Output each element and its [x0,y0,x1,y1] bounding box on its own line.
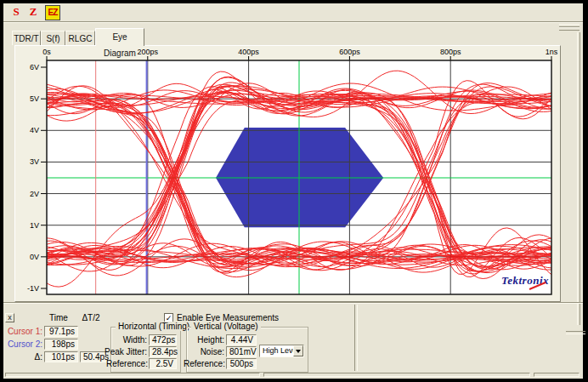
z-line-tool-icon[interactable]: Z [28,5,38,19]
svg-text:3V: 3V [30,157,39,166]
delta-time-field: 101ps [44,351,78,362]
tab-rlgc[interactable]: RLGC [65,31,95,45]
svg-text:6V: 6V [30,63,39,71]
toolbar: S Z EZ [3,3,583,22]
tab-eye-diagram[interactable]: Eye Diagram [95,28,144,46]
eye-plot-svg: 0s200ps400ps600ps800ps1ns6V5V4V3V2V1V0V-… [15,46,560,301]
app-window: S Z EZ TDR/T S(f) RLGC Eye Diagram 0s200… [3,3,583,379]
vertical-voltage-group: Vertical (Voltage) Height: 4.44V Noise: … [186,327,308,373]
noise-label: Noise: [188,347,224,356]
svg-text:0V: 0V [30,253,39,261]
vertical-splitter-bar[interactable] [577,32,580,325]
svg-text:4V: 4V [30,126,39,134]
measurement-panel-divider [3,302,583,303]
h-reference-field: 2.5V [149,358,177,369]
splitter-grip-line [559,27,580,31]
vertical-voltage-title: Vertical (Voltage) [191,322,261,331]
h-reference-label: Reference: [106,359,147,368]
chevron-down-icon [296,350,301,353]
noise-field: 801mV [226,346,257,357]
tab-s-f[interactable]: S(f) [41,31,65,45]
horizontal-timing-group: Horizontal (Timing) Width: 472ps Peak Ji… [110,327,181,373]
eye-diagram-plot-panel[interactable]: 0s200ps400ps600ps800ps1ns6V5V4V3V2V1V0V-… [14,45,561,302]
svg-text:200ps: 200ps [138,48,159,56]
svg-text:400ps: 400ps [238,48,259,56]
column-header-time: Time [42,313,75,322]
cursor2-label: Cursor 2: [7,339,42,349]
height-label: Height: [188,335,224,345]
eye-diagram-app-window: { "toolbar": { "buttons": [ { "label": "… [0,0,588,382]
height-field: 4.44V [226,334,257,345]
status-bar [3,372,583,379]
svg-text:800ps: 800ps [440,48,461,56]
splitter-end-mark [566,331,585,334]
eye-z-tool-icon[interactable]: EZ [45,5,60,20]
svg-text:-1V: -1V [27,284,39,293]
cursor1-label: Cursor 1: [7,327,42,336]
svg-text:600ps: 600ps [339,48,360,56]
horizontal-timing-title: Horizontal (Timing) [116,322,192,331]
width-label: Width: [112,335,147,345]
delta-label: Δ: [7,352,42,362]
svg-text:5V: 5V [30,94,39,103]
v-reference-field: 500ps [226,358,257,369]
status-segment [263,373,530,377]
column-header-delta-t-half: ΔT/2 [75,313,107,322]
status-segment [534,373,580,377]
close-cursor-panel-button[interactable]: x [5,313,14,322]
svg-text:1V: 1V [30,221,39,230]
svg-text:1ns: 1ns [546,48,558,56]
width-field: 472ps [149,334,177,345]
dropdown-arrow-button[interactable] [293,345,303,356]
peak-jitter-field: 28.4ps [149,346,177,357]
cursor1-time-field: 97.1ps [44,326,78,337]
v-reference-label: Reference: [184,359,224,368]
tab-tdr-t[interactable]: TDR/T [12,31,41,45]
svg-text:2V: 2V [30,190,39,198]
cursor2-time-field: 198ps [44,339,78,350]
s-parameter-tool-icon[interactable]: S [11,5,21,19]
tab-strip: TDR/T S(f) RLGC Eye Diagram [12,28,267,46]
noise-level-dropdown[interactable]: High Level [259,345,304,357]
status-segment [5,373,260,377]
panel-vertical-divider [354,305,358,371]
svg-text:0s: 0s [42,48,51,56]
peak-jitter-label: Peak Jitter: [99,347,147,356]
